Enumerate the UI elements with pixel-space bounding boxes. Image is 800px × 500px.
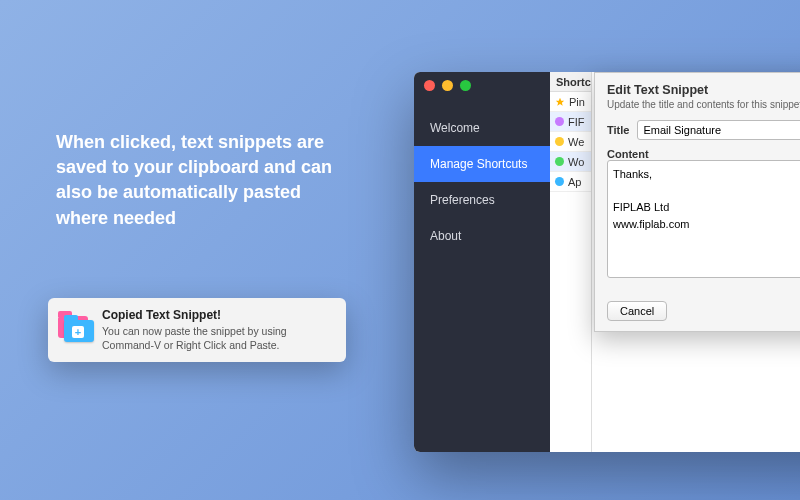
list-item[interactable]: Ap xyxy=(550,172,591,192)
minimize-icon[interactable] xyxy=(442,80,453,91)
svg-marker-0 xyxy=(556,97,564,105)
sheet-heading: Edit Text Snippet xyxy=(607,83,800,97)
promo-text: When clicked, text snippets are saved to… xyxy=(56,130,336,231)
close-icon[interactable] xyxy=(424,80,435,91)
toast-title: Copied Text Snippet! xyxy=(102,308,334,322)
sidebar: Welcome Manage Shortcuts Preferences Abo… xyxy=(414,72,550,452)
list-item[interactable]: Wo xyxy=(550,152,591,172)
cancel-button[interactable]: Cancel xyxy=(607,301,667,321)
promo-headline: When clicked, text snippets are saved to… xyxy=(56,130,336,231)
title-label: Title xyxy=(607,124,629,136)
tag-icon xyxy=(555,157,564,166)
sheet-hint: Update the title and contents for this s… xyxy=(607,99,800,110)
folder-plus-icon: + xyxy=(58,308,92,342)
list-item-label: We xyxy=(568,136,584,148)
window-traffic-lights[interactable] xyxy=(424,80,471,91)
title-input[interactable] xyxy=(637,120,800,140)
snippet-list: Shortc Pin FIF We Wo Ap xyxy=(550,72,592,452)
copied-snippet-toast: + Copied Text Snippet! You can now paste… xyxy=(48,298,346,362)
list-item-label: Wo xyxy=(568,156,584,168)
content-textarea[interactable] xyxy=(607,160,800,278)
list-item-label: FIF xyxy=(568,116,585,128)
star-icon xyxy=(555,97,565,107)
tag-icon xyxy=(555,177,564,186)
content-label: Content xyxy=(607,148,649,160)
edit-snippet-sheet: Edit Text Snippet Update the title and c… xyxy=(594,72,800,332)
sidebar-item-manage-shortcuts[interactable]: Manage Shortcuts xyxy=(414,146,550,182)
list-item-label: Ap xyxy=(568,176,581,188)
sidebar-item-preferences[interactable]: Preferences xyxy=(414,182,550,218)
sidebar-item-about[interactable]: About xyxy=(414,218,550,254)
list-item-label: Pin xyxy=(569,96,585,108)
list-item[interactable]: FIF xyxy=(550,112,591,132)
sidebar-item-welcome[interactable]: Welcome xyxy=(414,110,550,146)
toast-body: You can now paste the snippet by using C… xyxy=(102,324,334,352)
zoom-icon[interactable] xyxy=(460,80,471,91)
tag-icon xyxy=(555,117,564,126)
list-item[interactable]: Pin xyxy=(550,92,591,112)
list-item[interactable]: We xyxy=(550,132,591,152)
snippet-list-header: Shortc xyxy=(550,72,591,92)
tag-icon xyxy=(555,137,564,146)
